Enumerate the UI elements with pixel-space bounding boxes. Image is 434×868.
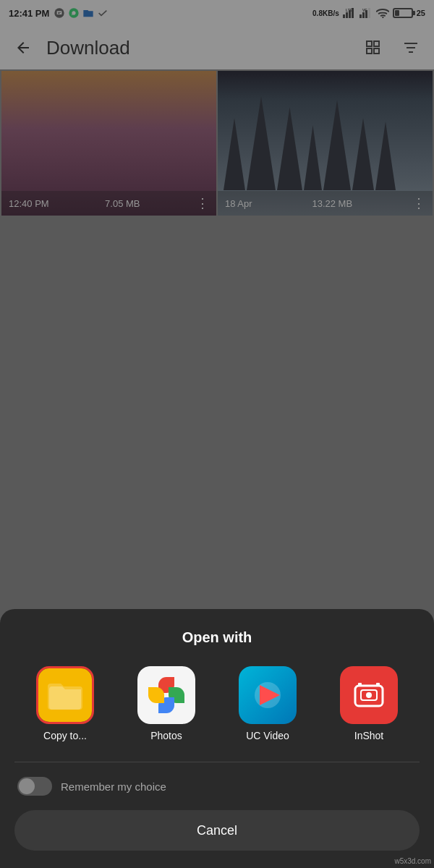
svg-rect-7 <box>359 14 362 18</box>
svg-rect-20 <box>358 683 362 686</box>
status-bar: 12:41 PM 0.8KB/s LTE VE 25 <box>0 0 434 26</box>
more-options-button[interactable]: ⋮ <box>196 195 209 211</box>
divider <box>14 762 420 762</box>
svg-rect-21 <box>376 683 380 686</box>
petal-yellow <box>148 687 164 703</box>
grid-view-button[interactable] <box>362 36 385 59</box>
uc-video-icon <box>239 666 297 724</box>
app-item-photos[interactable]: Photos <box>137 666 195 741</box>
app-bar: Download <box>0 26 434 69</box>
app-item-copy-to[interactable]: Copy to... <box>36 666 94 741</box>
svg-point-12 <box>382 17 383 18</box>
photos-icon <box>137 666 195 724</box>
thumbnail-time: 12:40 PM <box>9 198 49 209</box>
thumbnail-item[interactable]: 18 Apr 13.22 MB ⋮ <box>218 71 433 216</box>
status-right: 0.8KB/s LTE VE 25 <box>312 8 425 18</box>
svg-rect-15 <box>374 41 379 46</box>
thumbnail-size: 13.22 MB <box>312 198 352 209</box>
svg-rect-2 <box>343 14 345 18</box>
svg-point-19 <box>366 692 372 698</box>
app-label-photos: Photos <box>150 730 182 741</box>
thumbnails-grid: 12:40 PM 7.05 MB ⋮ 18 Apr 13.22 MB ⋮ <box>0 69 434 217</box>
app-item-uc-video[interactable]: UC Video <box>239 666 297 741</box>
copy-to-icon-wrapper <box>36 666 94 724</box>
remember-label: Remember my choice <box>61 780 166 793</box>
more-options-button[interactable]: ⋮ <box>412 195 425 211</box>
bottom-sheet: Open with Copy to... <box>0 609 434 868</box>
back-button[interactable] <box>12 36 35 59</box>
app-item-inshot[interactable]: InShot <box>340 666 398 741</box>
app-label-inshot: InShot <box>354 730 383 741</box>
uc-video-icon-wrapper <box>239 666 297 724</box>
status-left: 12:41 PM <box>9 7 109 19</box>
copy-to-icon <box>38 666 92 724</box>
empty-area <box>0 217 434 528</box>
thumbnail-size: 7.05 MB <box>105 198 140 209</box>
app-label-copy-to: Copy to... <box>43 730 87 741</box>
status-time: 12:41 PM <box>9 8 49 19</box>
remember-choice-row: Remember my choice <box>14 777 420 796</box>
toggle-thumb <box>19 778 35 794</box>
cancel-button[interactable]: Cancel <box>14 810 420 851</box>
inshot-icon-wrapper <box>340 666 398 724</box>
svg-text:LTE: LTE <box>346 8 353 12</box>
watermark: w5x3d.com <box>394 857 431 865</box>
photos-icon-wrapper <box>137 666 195 724</box>
sheet-title: Open with <box>14 629 420 646</box>
svg-rect-16 <box>374 48 379 54</box>
filter-button[interactable] <box>399 36 422 59</box>
svg-rect-10 <box>368 8 370 18</box>
svg-rect-14 <box>367 48 372 54</box>
pinwheel <box>148 677 184 713</box>
network-speed: 0.8KB/s <box>312 9 339 17</box>
app-label-uc-video: UC Video <box>246 730 289 741</box>
inshot-icon <box>340 666 398 724</box>
battery-percent: 25 <box>417 9 425 17</box>
toolbar-icons <box>362 36 422 59</box>
svg-rect-3 <box>346 12 348 18</box>
svg-text:VE: VE <box>362 8 367 12</box>
battery-icon <box>393 8 413 18</box>
play-icon <box>260 685 280 705</box>
thumbnail-meta: 18 Apr 13.22 MB ⋮ <box>218 191 433 216</box>
notification-icons <box>54 7 109 19</box>
page-title: Download <box>46 37 350 59</box>
thumbnail-item[interactable]: 12:40 PM 7.05 MB ⋮ <box>1 71 216 216</box>
remember-toggle[interactable] <box>17 777 52 796</box>
thumbnail-time: 18 Apr <box>225 198 252 209</box>
apps-row: Copy to... Photos <box>14 666 420 741</box>
svg-rect-13 <box>367 41 372 46</box>
svg-rect-8 <box>362 12 365 18</box>
thumbnail-meta: 12:40 PM 7.05 MB ⋮ <box>1 191 216 216</box>
